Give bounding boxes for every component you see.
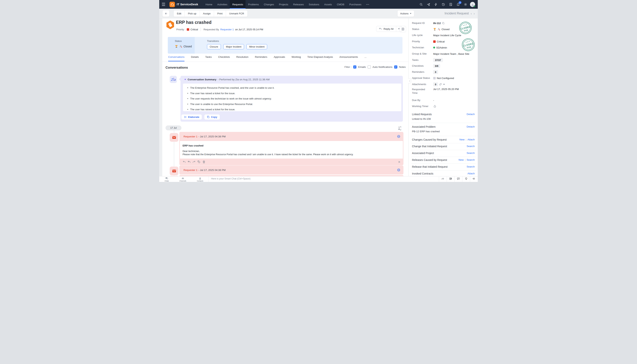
elaborate-button[interactable]: Elaborate	[181, 114, 202, 120]
pickup-button[interactable]: Pick up	[185, 10, 200, 17]
tab-tasks[interactable]: Tasks	[205, 56, 212, 62]
tips-bulb-icon[interactable]	[462, 176, 470, 182]
transition-major-incident-button[interactable]: Major Incident	[223, 44, 244, 49]
nav-item-projects[interactable]: Projects	[277, 0, 291, 9]
reply-all-icon[interactable]	[188, 160, 191, 164]
checklists-count-badge[interactable]: 0/9	[433, 64, 440, 68]
brand[interactable]: IT ServiceDesk	[168, 0, 203, 9]
prev-request-icon[interactable]: ‹	[471, 12, 472, 15]
email-sender-link[interactable]: Requester 1	[184, 169, 198, 172]
nav-item-problems[interactable]: Problems	[246, 0, 261, 9]
assign-button[interactable]: Assign	[200, 10, 214, 17]
search-release-initiated-link[interactable]: Search	[467, 165, 475, 168]
sort-order-icon[interactable]: AZ	[398, 126, 402, 131]
email-timestamp: - Jul 17, 2025 04:38 PM	[199, 135, 226, 138]
email-card[interactable]: Requester 1 - Jul 17, 2025 04:38 PM	[179, 166, 403, 174]
tab-approvals[interactable]: Approvals	[274, 56, 285, 62]
quick-actions-icon[interactable]	[433, 2, 439, 7]
smart-chat-input[interactable]	[211, 177, 416, 180]
tab-details[interactable]: Details	[191, 56, 199, 62]
tabs-more-icon[interactable]: ...	[364, 56, 366, 62]
detach-problem-link[interactable]: Detach	[467, 125, 475, 128]
approvals-icon[interactable]	[448, 2, 453, 7]
contacts-tab[interactable]: Contacts	[197, 177, 203, 182]
field-due-by: Due By -	[412, 98, 475, 102]
hamburger-menu-icon[interactable]	[159, 0, 168, 9]
history-icon[interactable]	[440, 2, 446, 7]
zia-assistant-icon[interactable]: Zia	[439, 176, 447, 182]
chat-bubble-icon[interactable]	[454, 176, 462, 182]
notes-checkbox[interactable]: ✓	[394, 65, 397, 68]
compose-note-icon[interactable]	[447, 176, 454, 182]
nav-item-releases[interactable]: Releases	[291, 0, 306, 9]
nav-item-purchases[interactable]: Purchases	[347, 0, 364, 9]
tab-announcements[interactable]: Announcements	[339, 56, 358, 62]
globe-icon[interactable]	[397, 168, 400, 172]
paperclip-icon[interactable]	[439, 83, 442, 86]
transition-minor-incident-button[interactable]: Minor incident	[246, 44, 267, 49]
associated-problem-value[interactable]: PB-12 ERP has crashed	[412, 130, 440, 133]
search-project-link[interactable]: Search	[467, 152, 475, 154]
nav-more-icon[interactable]: •••	[364, 0, 372, 9]
linked-request-value[interactable]: Linked to IN-108	[412, 118, 431, 120]
notes-icon-button[interactable]	[400, 26, 406, 32]
email-sender-link[interactable]: Requester 1	[184, 135, 198, 138]
reply-icon[interactable]	[183, 160, 186, 164]
unmark-fcr-button[interactable]: Unmark FCR	[226, 10, 247, 17]
search-release-link[interactable]: Search	[467, 158, 475, 161]
panel-collapse-handle[interactable]: ›	[408, 78, 411, 83]
collapse-email-icon[interactable]: ✕	[398, 160, 400, 164]
tab-worklog[interactable]: Worklog	[292, 56, 301, 62]
nav-item-changes[interactable]: Changes	[261, 0, 276, 9]
nav-item-home[interactable]: Home	[203, 0, 215, 9]
next-request-icon[interactable]: ›	[474, 12, 475, 15]
copy-id-icon[interactable]	[442, 22, 445, 25]
auto-notifications-checkbox[interactable]	[368, 65, 371, 68]
tasks-count-badge[interactable]: 37/37	[433, 58, 443, 62]
attach-contract-link[interactable]: Attach	[467, 172, 475, 175]
requester-link[interactable]: Requester 1	[220, 28, 234, 31]
notifications-bell-icon[interactable]: 4	[455, 2, 461, 7]
tag-icon[interactable]	[197, 160, 201, 164]
search-change-link[interactable]: Search	[467, 145, 475, 148]
settings-gear-icon[interactable]	[463, 2, 468, 7]
new-request-icon[interactable]	[426, 2, 431, 7]
actions-dropdown-button[interactable]: Actions	[397, 10, 414, 17]
edit-button[interactable]: Edit	[174, 10, 185, 17]
globe-icon[interactable]	[397, 135, 400, 138]
print-button[interactable]: Print	[214, 10, 226, 17]
reply-all-button[interactable]: Reply All	[376, 26, 396, 32]
worklog-timer-icon[interactable]	[433, 105, 436, 108]
announcements-speaker-icon[interactable]	[470, 176, 478, 182]
attachments-count-badge[interactable]: 0	[433, 82, 438, 86]
nav-item-assets[interactable]: Assets	[322, 0, 334, 9]
channels-tab[interactable]: Channels	[179, 177, 186, 182]
chats-tab[interactable]: Chats	[165, 177, 169, 182]
copy-summary-button[interactable]: Copy	[204, 114, 220, 120]
back-arrow-button[interactable]	[162, 10, 170, 17]
tab-checklists[interactable]: Checklists	[218, 56, 230, 62]
tab-conversations[interactable]: Conversations	[168, 56, 185, 62]
tab-reminders[interactable]: Reminders	[255, 56, 267, 62]
user-avatar[interactable]	[470, 2, 475, 7]
nav-item-requests[interactable]: Requests	[230, 0, 246, 9]
reminders-count-badge[interactable]: 0	[433, 70, 438, 74]
detach-linked-request-link[interactable]: Detach	[467, 113, 475, 116]
nav-item-solutions[interactable]: Solutions	[306, 0, 322, 9]
new-change-link[interactable]: New	[459, 138, 464, 141]
attachments-caret-icon[interactable]	[443, 84, 445, 85]
nav-item-cmdb[interactable]: CMDB	[334, 0, 347, 9]
forward-icon[interactable]	[192, 160, 196, 164]
delete-icon[interactable]	[202, 160, 206, 164]
new-release-link[interactable]: New	[459, 158, 464, 161]
field-priority: Priority Critical	[412, 40, 475, 44]
transition-closure-button[interactable]: Closure	[207, 44, 221, 49]
emails-checkbox[interactable]: ✓	[353, 65, 356, 68]
summary-header: ✦ Conversation Summary - Performed by Zi…	[181, 76, 403, 81]
attach-change-link[interactable]: Attach	[467, 138, 475, 141]
tab-time-elapsed-analysis[interactable]: Time Elapsed Analysis	[307, 56, 333, 62]
nav-item-activities[interactable]: Activities	[215, 0, 230, 9]
search-icon[interactable]	[418, 2, 424, 7]
tab-resolution[interactable]: Resolution	[236, 56, 249, 62]
summary-bullet: The Enterprise Resource Portal has crash…	[187, 86, 399, 89]
